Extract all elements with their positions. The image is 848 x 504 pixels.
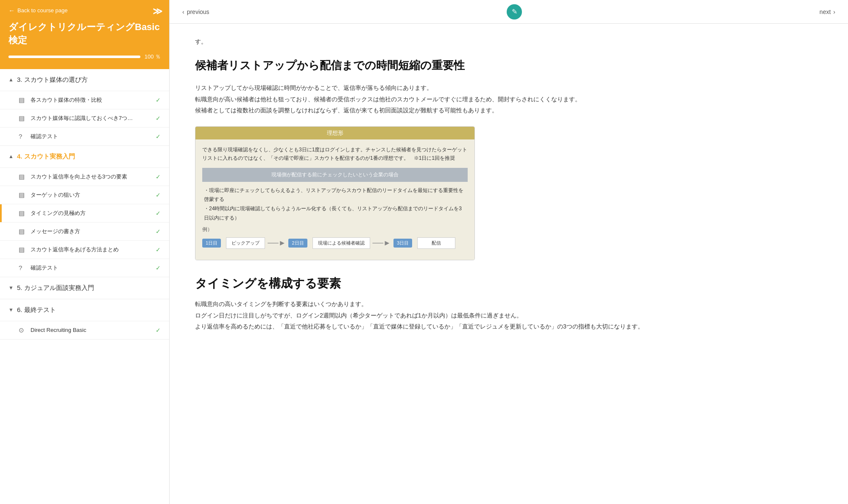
section-5-title: 5. カジュアル面談実務入門 xyxy=(17,284,94,292)
lesson-page-icon: ▤ xyxy=(19,173,26,181)
diagram-example-label: 例） xyxy=(202,226,468,233)
previous-button[interactable]: ‹ previous xyxy=(182,8,209,15)
section2-paragraph: 転職意向の高いタイミングを判断する要素はいくつかあります。ログイン日だけに注目し… xyxy=(195,298,823,332)
next-chevron-icon: › xyxy=(833,8,835,15)
sidebar-content: ▲ 3. スカウト媒体の選び方 ▤ 各スカウト媒体の特徴・比較 ✓ ▤ スカウト… xyxy=(0,69,169,504)
diagram-top-label: 理想形 xyxy=(195,127,474,139)
flow-label-1: ピックアップ xyxy=(226,237,265,249)
section-5: ▼ 5. カジュアル面談実務入門 xyxy=(0,277,169,299)
flow-step-2: 2日目 xyxy=(288,239,307,248)
back-to-course-link[interactable]: ← Back to course page xyxy=(8,7,161,14)
section-3: ▲ 3. スカウト媒体の選び方 ▤ 各スカウト媒体の特徴・比較 ✓ ▤ スカウト… xyxy=(0,69,169,146)
flow-label-3: 配信 xyxy=(417,237,455,249)
final-check-icon: ✓ xyxy=(156,327,161,334)
flow-arrow-icon-2: ──► xyxy=(265,239,288,248)
lesson-check-icon: ✓ xyxy=(156,97,161,103)
quiz-icon: ? xyxy=(19,264,26,271)
lesson-check-icon: ✓ xyxy=(156,228,161,235)
course-title: ダイレクトリクルーティングBasic検定 xyxy=(8,21,161,47)
lesson-check-icon: ✓ xyxy=(156,265,161,271)
lesson-check-icon: ✓ xyxy=(156,173,161,180)
section-3-header[interactable]: ▲ 3. スカウト媒体の選び方 xyxy=(0,69,169,91)
section1-title: 候補者リストアップから配信までの時間短縮の重要性 xyxy=(195,57,823,74)
diagram-banner-label: 現場側が配信する前にチェックしたいという企業の場合 xyxy=(208,171,462,178)
progress-label: 100 ％ xyxy=(145,53,161,61)
final-test-icon: ⊙ xyxy=(19,326,26,334)
next-label: next xyxy=(820,8,831,15)
section1-paragraph: リストアップしてから現場確認に時間がかかることで、返信率が落ちる傾向にあります。… xyxy=(195,82,823,116)
section-5-header[interactable]: ▼ 5. カジュアル面談実務入門 xyxy=(0,277,169,299)
flow-day-3: 3日目 xyxy=(393,239,412,248)
lesson-scout-recognition[interactable]: ▤ スカウト媒体毎に認識しておくべき7つ… ✓ xyxy=(0,109,169,127)
section-4: ▲ 4. スカウト実務入門 ▤ スカウト返信率を向上させる3つの要素 ✓ ▤ タ… xyxy=(0,146,169,277)
lesson-check-icon: ✓ xyxy=(156,192,161,198)
lesson-page-icon: ▤ xyxy=(19,191,26,199)
lesson-response-rate[interactable]: ▤ スカウト返信率を向上させる3つの要素 ✓ xyxy=(0,167,169,186)
progress-bar-fill xyxy=(8,56,140,58)
section-3-toggle: ▲ xyxy=(8,77,14,83)
lesson-summary[interactable]: ▤ スカウト返信率をあげる方法まとめ ✓ xyxy=(0,240,169,259)
section-4-toggle: ▲ xyxy=(8,153,14,159)
flow-day-2: 2日目 xyxy=(288,239,307,248)
lesson-page-icon: ▤ xyxy=(19,209,26,217)
sidebar-header: ← Back to course page ≫ ダイレクトリクルーティングBas… xyxy=(0,0,169,69)
lesson-scout-features[interactable]: ▤ 各スカウト媒体の特徴・比較 ✓ xyxy=(0,91,169,109)
collapse-sidebar-button[interactable]: ≫ xyxy=(153,6,162,17)
lesson-final-test[interactable]: ⊙ Direct Recruiting Basic ✓ xyxy=(0,321,169,339)
diagram-bullets: ・現場に即座にチェックしてもらえるよう、リストアップからスカウト配信のリードタイ… xyxy=(202,186,468,226)
diagram-flow: 1日目 ピックアップ ──► 2日目 現場による候補者確認 ──► 3日目 xyxy=(202,237,468,254)
content-intro: す。 xyxy=(195,36,823,47)
lesson-page-icon: ▤ xyxy=(19,228,26,235)
section-5-toggle: ▼ xyxy=(8,285,14,291)
diagram-body-text: できる限り現場確認をなくし、少なくとも3日に1度はログインします。チャンスした候… xyxy=(202,145,468,163)
next-button[interactable]: next › xyxy=(820,8,835,15)
lesson-check-icon: ✓ xyxy=(156,133,161,140)
edit-pencil-icon: ✎ xyxy=(512,8,517,16)
section-6-header[interactable]: ▼ 6. 最終テスト xyxy=(0,299,169,321)
final-test-label: Direct Recruiting Basic xyxy=(31,327,151,333)
diagram-banner: 現場側が配信する前にチェックしたいという企業の場合 xyxy=(202,168,468,182)
lesson-page-icon: ▤ xyxy=(19,246,26,253)
main-content: ‹ previous ✎ next › す。 候補者リストアップから配信までの時… xyxy=(170,0,848,504)
diagram-box: 理想形 できる限り現場確認をなくし、少なくとも3日に1度はログインします。チャン… xyxy=(195,126,475,260)
flow-day-1: 1日目 xyxy=(202,239,221,248)
nav-center: ✎ xyxy=(507,4,522,19)
lesson-target[interactable]: ▤ ターゲットの狙い方 ✓ xyxy=(0,186,169,204)
section-6-title: 6. 最終テスト xyxy=(17,306,56,314)
flow-step-1: 1日目 xyxy=(202,239,221,248)
back-label: Back to course page xyxy=(17,7,68,14)
previous-label: previous xyxy=(187,8,209,15)
flow-label-2: 現場による候補者確認 xyxy=(312,237,370,249)
lesson-quiz-4[interactable]: ? 確認テスト ✓ xyxy=(0,259,169,277)
content-area: す。 候補者リストアップから配信までの時間短縮の重要性 リストアップしてから現場… xyxy=(170,24,848,504)
top-nav: ‹ previous ✎ next › xyxy=(170,0,848,24)
lesson-check-icon: ✓ xyxy=(156,210,161,217)
quiz-icon: ? xyxy=(19,133,26,140)
lesson-page-icon: ▤ xyxy=(19,114,26,122)
section-6-toggle: ▼ xyxy=(8,307,14,313)
lesson-message[interactable]: ▤ メッセージの書き方 ✓ xyxy=(0,222,169,240)
lesson-page-icon: ▤ xyxy=(19,96,26,104)
flow-arrow-icon-4: ──► xyxy=(370,239,393,248)
section-4-title: 4. スカウト実務入門 xyxy=(17,153,75,161)
edit-button[interactable]: ✎ xyxy=(507,4,522,19)
section2-title: タイミングを構成する要素 xyxy=(195,276,823,292)
section-4-header[interactable]: ▲ 4. スカウト実務入門 xyxy=(0,146,169,167)
lesson-check-icon: ✓ xyxy=(156,115,161,122)
back-arrow-icon: ← xyxy=(8,7,15,14)
lesson-check-icon: ✓ xyxy=(156,246,161,253)
previous-chevron-icon: ‹ xyxy=(182,8,184,15)
section-6: ▼ 6. 最終テスト ⊙ Direct Recruiting Basic ✓ xyxy=(0,299,169,340)
lesson-timing[interactable]: ▤ タイミングの見極め方 ✓ xyxy=(0,204,169,222)
sidebar: ← Back to course page ≫ ダイレクトリクルーティングBas… xyxy=(0,0,170,504)
lesson-quiz-3[interactable]: ? 確認テスト ✓ xyxy=(0,127,169,145)
diagram-body: できる限り現場確認をなくし、少なくとも3日に1度はログインします。チャンスした候… xyxy=(195,139,474,260)
section-3-title: 3. スカウト媒体の選び方 xyxy=(17,76,88,84)
progress-bar-container: 100 ％ xyxy=(8,53,161,61)
progress-bar-bg xyxy=(8,56,140,58)
flow-step-3: 3日目 xyxy=(393,239,412,248)
